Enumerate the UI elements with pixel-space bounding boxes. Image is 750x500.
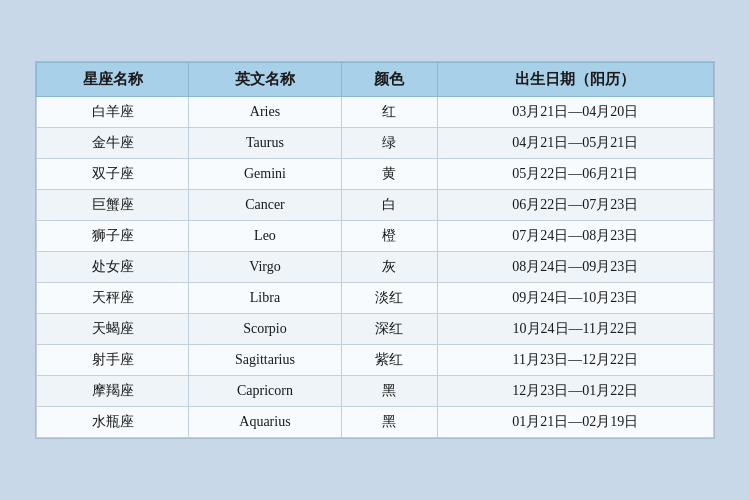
cell-color: 深红 [341,314,437,345]
table-row: 处女座Virgo灰08月24日—09月23日 [37,252,714,283]
table-row: 射手座Sagittarius紫红11月23日—12月22日 [37,345,714,376]
cell-english-name: Libra [189,283,341,314]
cell-chinese-name: 天秤座 [37,283,189,314]
cell-color: 淡红 [341,283,437,314]
cell-chinese-name: 狮子座 [37,221,189,252]
cell-english-name: Cancer [189,190,341,221]
cell-color: 灰 [341,252,437,283]
header-chinese-name: 星座名称 [37,63,189,97]
header-color: 颜色 [341,63,437,97]
cell-english-name: Aquarius [189,407,341,438]
cell-english-name: Scorpio [189,314,341,345]
cell-english-name: Capricorn [189,376,341,407]
table-row: 摩羯座Capricorn黑12月23日—01月22日 [37,376,714,407]
cell-color: 橙 [341,221,437,252]
table-row: 狮子座Leo橙07月24日—08月23日 [37,221,714,252]
cell-color: 绿 [341,128,437,159]
table-row: 天蝎座Scorpio深红10月24日—11月22日 [37,314,714,345]
cell-english-name: Virgo [189,252,341,283]
cell-chinese-name: 天蝎座 [37,314,189,345]
cell-dates: 12月23日—01月22日 [437,376,713,407]
cell-dates: 05月22日—06月21日 [437,159,713,190]
cell-dates: 06月22日—07月23日 [437,190,713,221]
cell-dates: 09月24日—10月23日 [437,283,713,314]
cell-chinese-name: 巨蟹座 [37,190,189,221]
table-row: 双子座Gemini黄05月22日—06月21日 [37,159,714,190]
cell-dates: 08月24日—09月23日 [437,252,713,283]
table-row: 巨蟹座Cancer白06月22日—07月23日 [37,190,714,221]
zodiac-table: 星座名称 英文名称 颜色 出生日期（阳历） 白羊座Aries红03月21日—04… [36,62,714,438]
cell-color: 黄 [341,159,437,190]
cell-chinese-name: 白羊座 [37,97,189,128]
header-dates: 出生日期（阳历） [437,63,713,97]
cell-chinese-name: 摩羯座 [37,376,189,407]
cell-english-name: Leo [189,221,341,252]
cell-english-name: Sagittarius [189,345,341,376]
cell-dates: 03月21日—04月20日 [437,97,713,128]
cell-chinese-name: 射手座 [37,345,189,376]
cell-english-name: Gemini [189,159,341,190]
cell-chinese-name: 水瓶座 [37,407,189,438]
zodiac-table-container: 星座名称 英文名称 颜色 出生日期（阳历） 白羊座Aries红03月21日—04… [35,61,715,439]
cell-color: 黑 [341,407,437,438]
table-row: 白羊座Aries红03月21日—04月20日 [37,97,714,128]
table-row: 金牛座Taurus绿04月21日—05月21日 [37,128,714,159]
cell-color: 黑 [341,376,437,407]
cell-color: 紫红 [341,345,437,376]
cell-color: 白 [341,190,437,221]
header-english-name: 英文名称 [189,63,341,97]
cell-chinese-name: 双子座 [37,159,189,190]
cell-dates: 04月21日—05月21日 [437,128,713,159]
cell-english-name: Taurus [189,128,341,159]
cell-dates: 10月24日—11月22日 [437,314,713,345]
table-row: 水瓶座Aquarius黑01月21日—02月19日 [37,407,714,438]
cell-dates: 07月24日—08月23日 [437,221,713,252]
table-header-row: 星座名称 英文名称 颜色 出生日期（阳历） [37,63,714,97]
cell-chinese-name: 处女座 [37,252,189,283]
cell-english-name: Aries [189,97,341,128]
cell-dates: 01月21日—02月19日 [437,407,713,438]
table-row: 天秤座Libra淡红09月24日—10月23日 [37,283,714,314]
cell-chinese-name: 金牛座 [37,128,189,159]
cell-dates: 11月23日—12月22日 [437,345,713,376]
cell-color: 红 [341,97,437,128]
table-body: 白羊座Aries红03月21日—04月20日金牛座Taurus绿04月21日—0… [37,97,714,438]
